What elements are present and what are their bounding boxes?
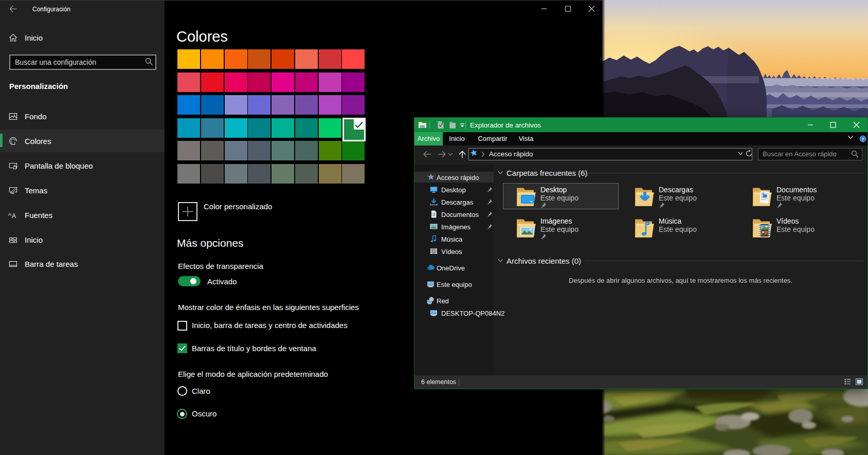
- svg-text:?: ?: [861, 136, 864, 142]
- svg-text:A: A: [8, 212, 11, 217]
- svg-text:A: A: [12, 212, 16, 220]
